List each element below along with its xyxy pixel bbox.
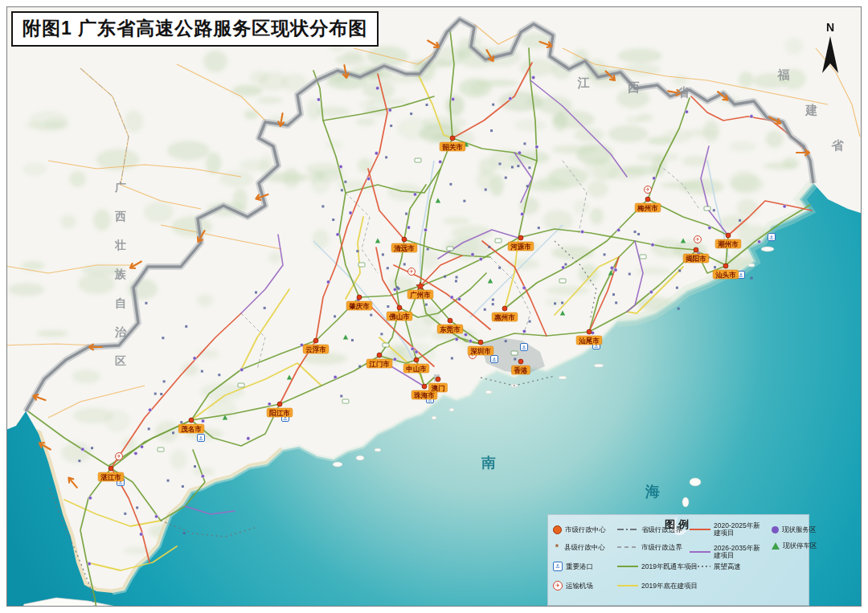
port-icon: ⚓: [553, 562, 563, 571]
service-area-marker: [393, 288, 396, 291]
service-area-marker: [521, 212, 524, 215]
legend-line-symbol: [617, 546, 638, 548]
county-center-marker: [490, 129, 493, 132]
county-center-marker: [612, 293, 615, 296]
county-center-marker: [538, 227, 540, 229]
service-area-marker: [375, 152, 378, 155]
legend-item-city-center: 市级行政中心: [553, 525, 606, 534]
service-area-marker: [317, 98, 320, 101]
neighbor-label-jiangxi: 省: [677, 85, 690, 99]
parking-area-icon: [772, 542, 780, 550]
service-area-marker: [424, 228, 427, 231]
city-center-icon: [553, 525, 562, 534]
legend-item-line-5: 2026-2035年新建项目: [690, 547, 764, 557]
north-arrow-icon: [818, 33, 842, 78]
neighbor-label-guangxi: 西: [115, 210, 126, 223]
city-label: 阳江市: [269, 409, 290, 417]
service-area-marker: [268, 403, 271, 406]
service-area-marker: [522, 286, 526, 289]
city-label: 韶关市: [441, 143, 463, 151]
county-center-marker: [451, 357, 453, 359]
service-area-marker: [455, 337, 458, 341]
service-area-marker: [326, 280, 330, 284]
service-area-marker: [616, 228, 620, 231]
county-center-marker: [714, 266, 716, 268]
county-center-marker: [145, 302, 147, 304]
service-area-marker: [376, 87, 379, 90]
legend-line-symbol: [690, 566, 710, 567]
legend-line-symbol: [690, 529, 710, 530]
county-center-marker: [351, 339, 354, 341]
legend-item-parking-area: 现状停车区: [772, 541, 817, 550]
county-center-marker: [321, 205, 324, 207]
county-center-marker: [163, 380, 166, 382]
city-label: 河源市: [510, 243, 531, 251]
county-center-marker: [167, 480, 170, 482]
county-center-marker: [634, 231, 637, 233]
county-center-marker: [528, 166, 530, 169]
service-area-marker: [783, 205, 786, 208]
county-center-marker: [172, 431, 174, 434]
service-area-marker: [535, 145, 538, 149]
neighbor-label-jiangxi: 西: [628, 80, 640, 94]
airport-icon: ✈: [694, 236, 702, 243]
county-center-marker: [332, 219, 334, 221]
city-label: 梅州市: [637, 204, 658, 212]
island: [485, 390, 492, 394]
island: [375, 448, 381, 452]
city-label: 中山市: [406, 365, 427, 373]
neighbor-label-fujian: 建: [805, 103, 818, 116]
county-center-marker: [498, 267, 501, 269]
county-center-marker: [529, 321, 531, 323]
county-center-marker: [484, 309, 486, 311]
neighbor-label-guangxi: 区: [115, 354, 126, 367]
service-area-marker: [407, 226, 410, 229]
county-center-marker: [492, 104, 494, 106]
county-center-marker: [678, 269, 681, 272]
county-center-marker: [485, 189, 487, 191]
county-center-marker: [334, 315, 336, 317]
city-label: 佛山市: [388, 313, 410, 321]
county-center-marker: [91, 447, 93, 449]
county-center-marker: [514, 358, 516, 360]
county-center-marker: [380, 333, 383, 335]
county-center-marker: [488, 246, 490, 248]
county-center-marker: [255, 291, 257, 293]
service-area-marker: [366, 177, 370, 180]
route-badge: [383, 343, 389, 347]
service-area-marker: [88, 497, 92, 500]
legend-item-line-1: 市级行政边界: [617, 542, 682, 552]
figure-title: 附图1 广东省高速公路服务区现状分布图: [23, 18, 367, 39]
city-label: 江门市: [368, 360, 390, 368]
county-center-marker: [387, 267, 389, 269]
airport-icon: ✈: [553, 581, 563, 591]
county-center-marker: [505, 177, 507, 179]
county-center-marker: [615, 301, 617, 304]
service-area-marker: [439, 160, 442, 163]
county-center-marker: [427, 248, 429, 251]
service-area-marker: [139, 533, 142, 536]
route-badge: [238, 383, 244, 387]
island: [682, 497, 689, 507]
neighbor-label-fujian: 省: [831, 138, 845, 152]
county-center-marker: [382, 253, 384, 255]
service-area-marker: [334, 375, 337, 378]
county-center-marker: [340, 394, 342, 397]
neighbor-label-guangxi: 自: [115, 296, 126, 309]
county-center-marker: [180, 421, 182, 423]
city-label: 湛江市: [100, 473, 121, 481]
island: [594, 364, 604, 367]
county-center-marker: [218, 374, 220, 376]
neighbor-label-guangxi: 族: [114, 268, 126, 280]
service-area-marker: [469, 339, 472, 342]
service-area-marker: [149, 408, 152, 411]
legend-item-service-area: 现状服务区: [772, 525, 817, 534]
city-label: 揭阳市: [685, 255, 706, 263]
legend-item-line-2: 2019年既通车项目: [617, 562, 698, 571]
service-area-marker: [531, 76, 534, 79]
county-center-marker: [564, 264, 567, 266]
svg-text:⚓: ⚓: [199, 435, 203, 441]
county-center-marker: [526, 185, 529, 187]
county-center-marker: [185, 325, 187, 328]
service-area-marker: [88, 562, 91, 566]
